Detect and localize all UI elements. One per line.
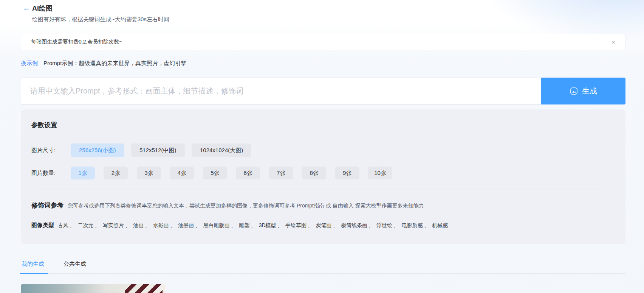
image-count-option[interactable]: 2张 bbox=[104, 167, 128, 179]
generation-tabs: 我的生成 公共生成 bbox=[21, 260, 625, 274]
image-type-tag[interactable]: 古风 bbox=[58, 222, 68, 228]
image-size-options: 256x256(小图) 512x512(中图) 1024x1024(大图) bbox=[71, 143, 257, 157]
image-type-item: 手绘草图、 bbox=[285, 222, 314, 228]
type-separator-text: 、 bbox=[93, 222, 101, 228]
generation-tab[interactable]: 公共生成 bbox=[63, 260, 87, 273]
image-count-label: 图片数量: bbox=[31, 170, 71, 177]
image-type-tag[interactable]: 二次元 bbox=[77, 222, 93, 228]
prompt-input[interactable] bbox=[21, 78, 541, 104]
panel-divider bbox=[39, 190, 607, 190]
type-separator-text: 、 bbox=[331, 222, 339, 228]
type-separator-text: 、 bbox=[423, 222, 430, 228]
image-type-tags: 古风、 二次元、 写实照片、 油画、 水彩画、 油墨画、 黑白雕版画、 雕塑、 … bbox=[58, 222, 455, 229]
image-type-tag[interactable]: 机械感 bbox=[432, 222, 448, 228]
image-count-option[interactable]: 9张 bbox=[335, 167, 359, 179]
image-type-tag[interactable]: 雕塑 bbox=[239, 222, 249, 228]
image-type-title: 图像类型 bbox=[31, 222, 54, 229]
page: ← AI绘图 绘图有好有坏，根据关键词生成~大约需要30s左右时间 每张图生成需… bbox=[21, 0, 625, 293]
image-count-option[interactable]: 7张 bbox=[269, 167, 293, 179]
image-type-item: 极简线条画、 bbox=[341, 222, 375, 228]
type-separator-text: 、 bbox=[392, 222, 400, 228]
notice-bar: 每张图生成需要扣费0.2,会员扣除次数~ × bbox=[21, 34, 625, 50]
image-type-item: 油墨画、 bbox=[178, 222, 201, 228]
type-separator-text: 、 bbox=[276, 222, 284, 228]
generate-button-label: 生成 bbox=[582, 86, 597, 96]
image-size-label: 图片尺寸: bbox=[31, 147, 71, 154]
generate-button[interactable]: 生成 bbox=[541, 78, 625, 104]
type-separator-text: 、 bbox=[194, 222, 201, 228]
image-type-item: 水彩画、 bbox=[153, 222, 176, 228]
modifier-reference-title: 修饰词参考 bbox=[31, 201, 63, 210]
image-type-row: 图像类型 古风、 二次元、 写实照片、 油画、 水彩画、 油墨画、 黑白雕版画、 bbox=[31, 222, 615, 229]
image-count-option[interactable]: 4张 bbox=[170, 167, 194, 179]
image-type-tag[interactable]: 极简线条画 bbox=[341, 222, 367, 228]
prompt-example-row: 换示例 Prompt示例：超级逼真的未来世界，真实照片，虚幻引擎 bbox=[21, 60, 625, 67]
image-type-item: 写实照片、 bbox=[103, 222, 132, 228]
image-type-item: 油画、 bbox=[133, 222, 151, 228]
image-count-option[interactable]: 1张 bbox=[71, 167, 95, 179]
picture-icon bbox=[570, 87, 578, 95]
notice-text: 每张图生成需要扣费0.2,会员扣除次数~ bbox=[31, 39, 122, 45]
type-separator-text: 、 bbox=[68, 222, 76, 228]
image-type-item: 二次元、 bbox=[77, 222, 101, 228]
image-type-tag[interactable]: 浮世绘 bbox=[376, 222, 392, 228]
type-separator-text: 、 bbox=[230, 222, 237, 228]
type-separator-text: 、 bbox=[249, 222, 257, 228]
image-size-option[interactable]: 1024x1024(大图) bbox=[192, 143, 251, 157]
type-separator-text: 、 bbox=[367, 222, 375, 228]
image-type-item: 雕塑、 bbox=[239, 222, 257, 228]
image-type-item: 浮世绘、 bbox=[376, 222, 400, 228]
generation-tab[interactable]: 我的生成 bbox=[21, 260, 45, 273]
change-example-link[interactable]: 换示例 bbox=[21, 60, 38, 67]
thumbnail-stripes bbox=[125, 284, 163, 293]
image-type-tag[interactable]: 黑白雕版画 bbox=[203, 222, 230, 228]
image-type-tag[interactable]: 油画 bbox=[133, 222, 144, 228]
type-separator-text: 、 bbox=[144, 222, 151, 228]
prompt-bar: 生成 bbox=[21, 78, 625, 104]
image-size-option[interactable]: 512x512(中图) bbox=[131, 143, 185, 157]
image-type-tag[interactable]: 手绘草图 bbox=[285, 222, 307, 228]
image-type-tag[interactable]: 电影质感 bbox=[402, 222, 423, 228]
page-subtitle: 绘图有好有坏，根据关键词生成~大约需要30s左右时间 bbox=[32, 16, 625, 23]
parameters-panel: 参数设置 图片尺寸: 256x256(小图) 512x512(中图) 1024x… bbox=[21, 109, 625, 244]
image-type-item: 机械感、 bbox=[432, 222, 455, 228]
image-count-options: 1张 2张 3张 4张 5张 6张 7张 8张 9张 10 bbox=[71, 167, 399, 179]
image-type-tag[interactable]: 油墨画 bbox=[178, 222, 194, 228]
modifier-reference-row: 修饰词参考 您可参考或选用下列各类修饰词丰富您的输入文本，尝试生成更加多样的图像… bbox=[31, 201, 615, 210]
image-type-item: 炭笔画、 bbox=[316, 222, 339, 228]
image-count-option[interactable]: 8张 bbox=[302, 167, 326, 179]
image-size-option[interactable]: 256x256(小图) bbox=[71, 143, 124, 157]
prompt-example-text: Prompt示例：超级逼真的未来世界，真实照片，虚幻引擎 bbox=[43, 60, 186, 67]
modifier-reference-description: 您可参考或选用下列各类修饰词丰富您的输入文本，尝试生成更加多样的图像，更多修饰词… bbox=[68, 203, 424, 209]
type-separator-text: 、 bbox=[169, 222, 176, 228]
image-count-row: 图片数量: 1张 2张 3张 4张 5张 6张 7张 8张 bbox=[31, 167, 615, 179]
page-title: AI绘图 bbox=[32, 3, 53, 13]
type-separator-text: 、 bbox=[124, 222, 132, 228]
generation-gallery bbox=[21, 284, 625, 293]
image-count-option[interactable]: 5张 bbox=[203, 167, 227, 179]
image-count-option[interactable]: 6张 bbox=[236, 167, 260, 179]
image-type-tag[interactable]: 水彩画 bbox=[153, 222, 169, 228]
image-count-option[interactable]: 10张 bbox=[368, 167, 392, 179]
image-type-tag[interactable]: 写实照片 bbox=[103, 222, 124, 228]
image-type-item: 3D模型、 bbox=[259, 222, 284, 228]
close-icon[interactable]: × bbox=[611, 39, 615, 45]
image-count-option[interactable]: 3张 bbox=[137, 167, 161, 179]
page-header: ← AI绘图 bbox=[21, 0, 625, 13]
image-type-item: 黑白雕版画、 bbox=[203, 222, 237, 228]
image-type-tag[interactable]: 3D模型 bbox=[259, 222, 276, 228]
generated-image-thumbnail[interactable] bbox=[21, 284, 166, 293]
image-size-row: 图片尺寸: 256x256(小图) 512x512(中图) 1024x1024(… bbox=[31, 143, 615, 157]
image-type-item: 电影质感、 bbox=[402, 222, 430, 228]
image-type-tag[interactable]: 炭笔画 bbox=[316, 222, 331, 228]
image-type-item: 古风、 bbox=[58, 222, 76, 228]
type-separator-text: 、 bbox=[307, 222, 314, 228]
parameters-title: 参数设置 bbox=[31, 121, 615, 129]
back-arrow-icon[interactable]: ← bbox=[21, 3, 32, 13]
